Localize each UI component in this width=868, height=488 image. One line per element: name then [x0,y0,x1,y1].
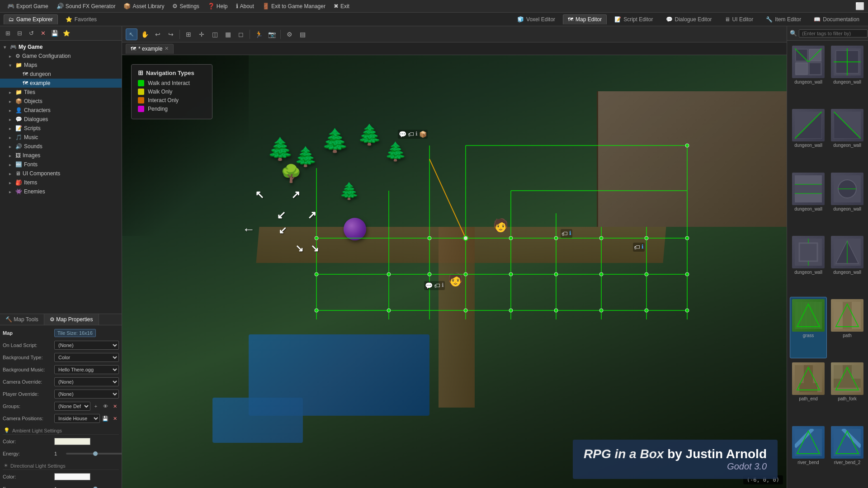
tree-music[interactable]: ▸ 🎵 Music [0,133,122,142]
tree-root[interactable]: ▾ 🎮 My Game [0,42,122,52]
tile-path[interactable]: path [829,297,866,358]
layers-button[interactable]: ▤ [297,28,308,40]
tile-dungeon-wall-2[interactable]: dungeon_wall [829,43,866,105]
canvas-tab-close-button[interactable]: ✕ [165,46,169,52]
tile-dungeon-wall-5[interactable]: dungeon_wall [790,170,827,232]
tile-grass[interactable]: grass [790,297,827,358]
collapse-all-button[interactable]: ⊟ [14,28,24,38]
tab-documentation[interactable]: 📖 Documentation [809,14,864,24]
map-section: 🔨 Map Tools ⚙ Map Properties Map Tile Si… [0,314,122,488]
groups-select[interactable]: (None Defined) [54,402,90,411]
map-canvas[interactable]: 🌲 🌲 🌲 🌳 🌲 🌲 🌲 🧑 🧑 [122,55,787,488]
tag-filter-input[interactable] [799,29,868,38]
directional-light-header[interactable]: ☀ Directional Light Settings [3,461,119,470]
groups-remove-icon[interactable]: ✕ [111,402,119,410]
tab-map-properties[interactable]: ⚙ Map Properties [44,314,99,325]
tile-thumb-dungeon-wall-7 [792,236,825,268]
camera-override-select[interactable]: (None) [54,377,119,386]
select-tool-button[interactable]: ↖ [126,28,137,40]
tree-sounds[interactable]: ▸ 🔊 Sounds [0,142,122,151]
tile-dungeon-wall-1[interactable]: dungeon_wall [790,43,827,105]
tree-tiles[interactable]: ▸ 📁 Tiles [0,88,122,97]
map-settings-button[interactable]: ⚙ [283,28,295,40]
tile-dungeon-wall-3[interactable]: dungeon_wall [790,107,827,168]
entity-button[interactable]: 🏃 [253,28,264,40]
grid-view-button[interactable]: ⊞ [183,28,194,40]
ambient-light-header[interactable]: 💡 Ambient Light Settings [3,426,119,435]
tile-thumb-river-bend [792,426,825,459]
menu-help[interactable]: ❓ Help [204,1,231,11]
tree-enemies[interactable]: ▸ 👾 Enemies [0,187,122,196]
tree-maps[interactable]: ▾ 📁 Maps [0,61,122,70]
on-load-script-select[interactable]: (None) [54,341,119,350]
undo-button[interactable]: ↩ [152,28,164,40]
window-controls[interactable]: ⬜ [855,2,864,10]
tree-dialogues[interactable]: ▸ 💬 Dialogues [0,115,122,124]
menu-export-game[interactable]: 🎮 Export Game [4,1,52,11]
tile-dungeon-wall-8[interactable]: dungeon_wall [829,234,866,295]
camera-positions-select[interactable]: Inside House [54,414,100,423]
tile-path-fork[interactable]: path_fork [829,360,866,422]
tree-game-config[interactable]: ▸ ⚙ Game Configuration [0,52,122,61]
tree-scripts[interactable]: ▸ 📝 Scripts [0,124,122,133]
menu-asset-library[interactable]: 📦 Asset Library [120,1,168,11]
tile-dungeon-wall-4[interactable]: dungeon_wall [829,107,866,168]
tile-river-bend-2[interactable]: river_bend_2 [829,424,866,485]
tab-map-editor[interactable]: 🗺 Map Editor [563,14,607,24]
tree-items[interactable]: ▸ 🎒 Items [0,178,122,187]
dir-color-swatch[interactable] [54,473,90,480]
save-button[interactable]: 💾 [50,28,60,38]
directional-light-icon: ☀ [4,463,8,469]
tile-path-end[interactable]: path_end [790,360,827,422]
tiles-arrow: ▸ [9,90,14,95]
tile-dungeon-wall-6[interactable]: dungeon_wall [829,170,866,232]
tile-paint-button[interactable]: ▦ [222,28,234,40]
player-override-select[interactable]: (None) [54,389,119,399]
camera-button[interactable]: 📷 [266,28,278,40]
expand-all-button[interactable]: ⊞ [3,28,13,38]
menu-exit[interactable]: ✖ Exit [330,1,353,11]
tree-dungeon[interactable]: 🗺 dungeon [0,70,122,79]
canvas-tab-example[interactable]: 🗺 * example ✕ [126,44,174,54]
background-type-select[interactable]: Color [54,353,119,362]
tab-item-editor[interactable]: 🔧 Item Editor [761,14,806,24]
background-music-select[interactable]: Hello There.ogg [54,365,119,374]
tab-dialogue-editor[interactable]: 💬 Dialogue Editor [661,14,717,24]
groups-eye-icon[interactable]: 👁 [101,402,109,410]
tree-objects[interactable]: ▸ 📦 Objects [0,97,122,106]
tile-select-button[interactable]: ◫ [209,28,221,40]
tree-images[interactable]: ▸ 🖼 Images [0,151,122,160]
tab-script-editor[interactable]: 📝 Script Editor [609,14,658,24]
tree-characters[interactable]: ▸ 👤 Characters [0,106,122,115]
tab-voxel-editor[interactable]: 🧊 Voxel Editor [512,14,560,24]
menu-exit-to-manager[interactable]: 🚪 Exit to Game Manager [259,1,329,11]
camera-override-row: Camera Override: (None) [3,377,119,387]
menu-about[interactable]: ℹ About [232,1,258,11]
center-area: ↖ ✋ ↩ ↪ ⊞ ✛ ◫ ▦ ◻ 🏃 📷 ⚙ ▤ 🗺 * example ✕ [122,26,787,488]
menu-sound-fx[interactable]: 🔊 Sound FX Generator [53,1,119,11]
tab-map-tools[interactable]: 🔨 Map Tools [0,314,44,325]
tab-game-explorer[interactable]: 🗂 Game Explorer [4,14,58,24]
tab-ui-editor[interactable]: 🖥 UI Editor [720,14,759,24]
pan-tool-button[interactable]: ✋ [139,28,151,40]
camera-pos-save-icon[interactable]: 💾 [101,414,109,422]
tile-erase-button[interactable]: ◻ [235,28,247,40]
tile-dungeon-wall-7[interactable]: dungeon_wall [790,234,827,295]
tree-fonts[interactable]: ▸ 🔤 Fonts [0,160,122,169]
redo-button[interactable]: ↪ [165,28,177,40]
tab-favorites[interactable]: ⭐ Favorites [61,14,102,24]
favorites-button[interactable]: ⭐ [61,28,71,38]
ambient-color-swatch[interactable] [54,438,90,445]
camera-pos-remove-icon[interactable]: ✕ [111,414,119,422]
menu-settings[interactable]: ⚙ Settings [169,1,203,11]
camera-override-value: (None) [54,377,119,386]
tile-mode-button[interactable]: ✛ [196,28,208,40]
groups-add-icon[interactable]: + [92,402,100,410]
map-viewport[interactable]: 🌲 🌲 🌲 🌳 🌲 🌲 🌲 🧑 🧑 [122,55,787,488]
refresh-button[interactable]: ↺ [26,28,36,38]
ambient-energy-slider[interactable] [66,453,122,455]
tile-river-bend[interactable]: river_bend [790,424,827,485]
tree-ui-components[interactable]: ▸ 🖥 UI Components [0,169,122,178]
tree-example[interactable]: 🗺 example [0,79,122,88]
close-panel-button[interactable]: ✕ [38,28,48,38]
